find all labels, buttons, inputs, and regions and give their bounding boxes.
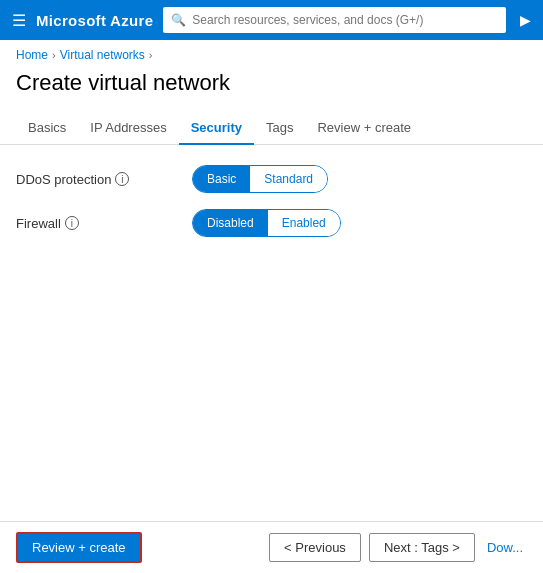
bottom-bar: Review + create < Previous Next : Tags >… xyxy=(0,521,543,573)
ddos-basic-option[interactable]: Basic xyxy=(193,166,250,192)
tab-review-create[interactable]: Review + create xyxy=(305,112,423,145)
ddos-toggle[interactable]: Basic Standard xyxy=(192,165,328,193)
tab-ip-addresses[interactable]: IP Addresses xyxy=(78,112,178,145)
firewall-info-icon[interactable]: i xyxy=(65,216,79,230)
ddos-label: DDoS protection i xyxy=(16,172,176,187)
breadcrumb: Home › Virtual networks › xyxy=(0,40,543,66)
next-button[interactable]: Next : Tags > xyxy=(369,533,475,562)
page-title: Create virtual network xyxy=(0,66,543,112)
breadcrumb-virtual-networks[interactable]: Virtual networks xyxy=(60,48,145,62)
tab-bar: Basics IP Addresses Security Tags Review… xyxy=(0,112,543,145)
search-icon: 🔍 xyxy=(171,13,186,27)
brand-name: Microsoft Azure xyxy=(36,12,153,29)
firewall-toggle[interactable]: Disabled Enabled xyxy=(192,209,341,237)
breadcrumb-sep-2: › xyxy=(149,49,153,61)
breadcrumb-home[interactable]: Home xyxy=(16,48,48,62)
firewall-label: Firewall i xyxy=(16,216,176,231)
firewall-row: Firewall i Disabled Enabled xyxy=(16,209,527,237)
firewall-disabled-option[interactable]: Disabled xyxy=(193,210,268,236)
search-bar[interactable]: 🔍 xyxy=(163,7,506,33)
tab-basics[interactable]: Basics xyxy=(16,112,78,145)
tab-tags[interactable]: Tags xyxy=(254,112,305,145)
content-area: DDoS protection i Basic Standard Firewal… xyxy=(0,145,543,273)
firewall-enabled-option[interactable]: Enabled xyxy=(268,210,340,236)
tab-security[interactable]: Security xyxy=(179,112,254,145)
search-input[interactable] xyxy=(192,13,498,27)
top-navigation: ☰ Microsoft Azure 🔍 ▶ xyxy=(0,0,543,40)
previous-button[interactable]: < Previous xyxy=(269,533,361,562)
review-create-button[interactable]: Review + create xyxy=(16,532,142,563)
hamburger-icon[interactable]: ☰ xyxy=(12,11,26,30)
ddos-info-icon[interactable]: i xyxy=(115,172,129,186)
download-button[interactable]: Dow... xyxy=(483,534,527,561)
breadcrumb-sep-1: › xyxy=(52,49,56,61)
ddos-standard-option[interactable]: Standard xyxy=(250,166,327,192)
ddos-row: DDoS protection i Basic Standard xyxy=(16,165,527,193)
terminal-icon[interactable]: ▶ xyxy=(520,12,531,28)
